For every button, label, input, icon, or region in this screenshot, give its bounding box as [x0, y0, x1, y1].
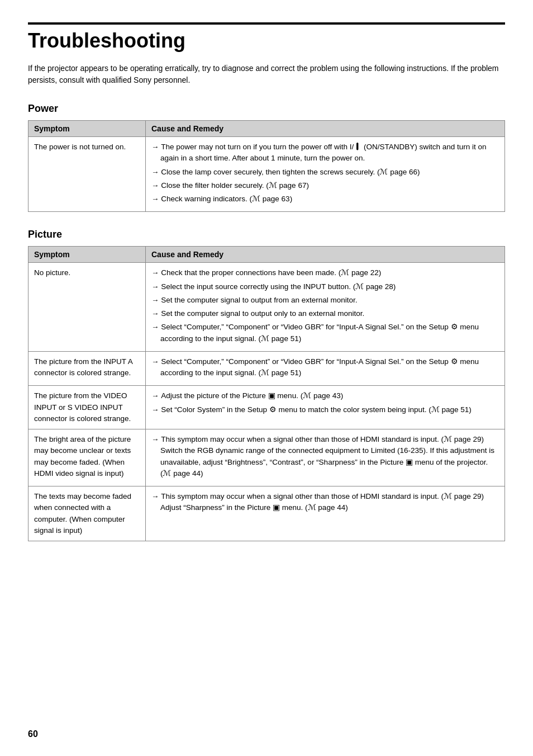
page-title: Troubleshooting [28, 22, 505, 53]
remedy-cell-1-4: This symptom may occur when a signal oth… [146, 486, 505, 541]
table-row: The power is not turned on.The power may… [28, 137, 505, 212]
table-row: The bright area of the picture may becom… [28, 429, 505, 486]
symptom-cell-1-1: The picture from the INPUT A connector i… [28, 351, 146, 386]
symptom-cell-0-0: The power is not turned on. [28, 137, 146, 212]
remedy-item-0-0-3: Check warning indicators. (ℳ page 63) [151, 193, 499, 205]
table-row: The texts may become faded when connecte… [28, 486, 505, 541]
remedy-item-1-0-0: Check that the proper connections have b… [151, 267, 499, 278]
remedy-item-0-0-0: The power may not turn on if you turn th… [151, 141, 499, 164]
col-header-1-0: Symptom [28, 247, 146, 263]
symptom-cell-1-4: The texts may become faded when connecte… [28, 486, 146, 541]
col-header-1-1: Cause and Remedy [146, 247, 505, 263]
table-row: The picture from the INPUT A connector i… [28, 351, 505, 386]
remedy-item-0-0-2: Close the filter holder securely. (ℳ pag… [151, 180, 499, 191]
remedy-item-1-0-1: Select the input source correctly using … [151, 281, 499, 292]
remedy-item-1-0-2: Set the computer signal to output from a… [151, 295, 499, 306]
table-1: SymptomCause and RemedyNo picture.Check … [28, 246, 505, 541]
symptom-cell-1-3: The bright area of the picture may becom… [28, 429, 146, 486]
remedy-cell-1-2: Adjust the picture of the Picture ▣ menu… [146, 386, 505, 429]
col-header-0-0: Symptom [28, 121, 146, 137]
remedy-cell-1-0: Check that the proper connections have b… [146, 263, 505, 352]
remedy-cell-1-1: Select “Computer,” “Component” or “Video… [146, 351, 505, 386]
table-row: No picture.Check that the proper connect… [28, 263, 505, 352]
remedy-cell-1-3: This symptom may occur when a signal oth… [146, 429, 505, 486]
symptom-cell-1-2: The picture from the VIDEO INPUT or S VI… [28, 386, 146, 429]
remedy-item-1-3-0: This symptom may occur when a signal oth… [151, 434, 499, 479]
remedy-item-1-0-3: Set the computer signal to output only t… [151, 308, 499, 319]
remedy-item-1-4-0: This symptom may occur when a signal oth… [151, 491, 499, 514]
remedy-item-1-0-4: Select “Computer,” “Component” or “Video… [151, 322, 499, 344]
remedy-item-1-1-0: Select “Computer,” “Component” or “Video… [151, 356, 499, 379]
col-header-0-1: Cause and Remedy [146, 121, 505, 137]
remedy-item-1-2-0: Adjust the picture of the Picture ▣ menu… [151, 390, 499, 401]
remedy-item-0-0-1: Close the lamp cover securely, then tigh… [151, 167, 499, 178]
table-row: The picture from the VIDEO INPUT or S VI… [28, 386, 505, 429]
remedy-cell-0-0: The power may not turn on if you turn th… [146, 137, 505, 212]
sections-container: PowerSymptomCause and RemedyThe power is… [28, 103, 505, 541]
intro-paragraph: If the projector appears to be operating… [28, 63, 505, 86]
symptom-cell-1-0: No picture. [28, 263, 146, 352]
section-heading-0: Power [28, 103, 505, 115]
section-heading-1: Picture [28, 229, 505, 240]
remedy-item-1-2-1: Set “Color System” in the Setup ⚙ menu t… [151, 404, 499, 415]
table-0: SymptomCause and RemedyThe power is not … [28, 120, 505, 212]
